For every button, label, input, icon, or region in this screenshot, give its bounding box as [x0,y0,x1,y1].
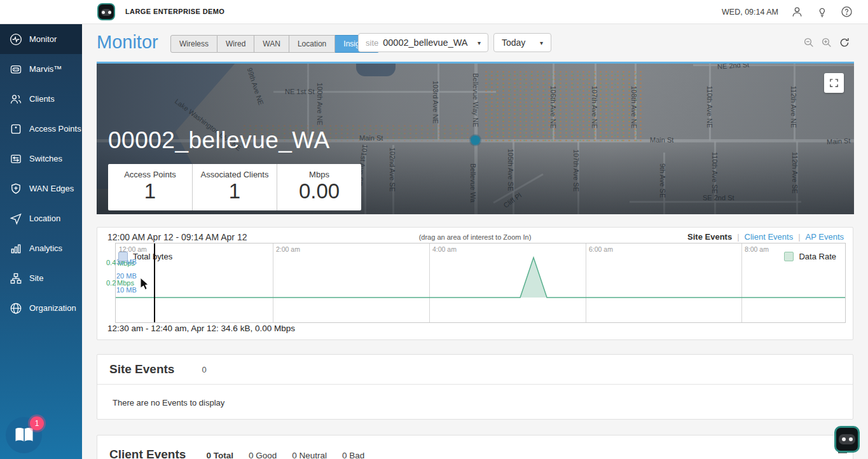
stat-value: 0.00 [277,179,361,203]
mist-dashboard: LARGE ENTERPRISE DEMO WED, 09:14 AM [0,0,868,459]
legend-label: Data Rate [799,252,836,261]
site-selector-prefix: site [366,38,378,48]
event-tab-site-events[interactable]: Site Events [687,232,732,242]
legend-label: Total bytes [133,252,172,261]
tab-wireless[interactable]: Wireless [170,35,217,53]
org-logo-robot-icon [97,3,115,20]
event-type-tabs: Site Events | Client Events | AP Events [687,232,844,242]
separator: | [798,232,800,242]
count-good: 0 Good [249,451,277,459]
sidebar-item-analytics[interactable]: Analytics [0,233,82,263]
map-top-strip [97,62,854,64]
count-bad: 0 Bad [342,451,364,459]
navigation-icon [10,212,22,225]
sidebar-item-label: Marvis™ [29,64,62,74]
refresh-icon[interactable] [839,37,850,48]
pond-water [356,64,396,76]
stat-label: Associated Clients [193,170,277,179]
data-rate-swatch-icon [784,252,794,261]
sidebar-item-label: Switches [29,154,62,163]
marvis-chat-button[interactable] [834,426,860,453]
site-stats: Access Points 1 Associated Clients 1 Mbp… [108,164,361,210]
insights-chart-card: 12:00 AM Apr 12 - 09:14 AM Apr 12 (drag … [97,227,853,340]
stat-value: 1 [193,179,277,203]
top-bar: LARGE ENTERPRISE DEMO WED, 09:14 AM [0,0,868,24]
separator: | [737,232,739,242]
stat-associated-clients: Associated Clients 1 [193,164,277,210]
sidebar-item-label: Site [29,273,43,283]
globe-icon [10,302,22,315]
notification-badge[interactable]: 1 [30,416,44,430]
sidebar-item-access-points[interactable]: Access Points [0,114,82,144]
clock: WED, 09:14 AM [722,8,778,17]
insights-zoom-controls [803,37,850,48]
user-icon[interactable] [791,6,803,18]
y-tick-mbps: 0.4 [106,259,116,266]
clients-icon [10,93,22,106]
sidebar-item-switches[interactable]: Switches [0,144,82,174]
y-tick-mbps: 0.2 [106,279,116,287]
sidebar-item-wan-edges[interactable]: WAN Edges [0,174,82,203]
site-map[interactable]: NE 1st St NE 2nd St Main St Main St Main… [97,62,854,214]
chevron-down-icon: ▾ [478,39,481,46]
event-tab-client-events[interactable]: Client Events [745,232,794,242]
client-events-header: Client Events 0 Total 0 Good 0 Neutral 0… [97,435,853,459]
sidebar-item-label: Monitor [29,34,57,44]
total-bytes-swatch-icon [118,252,128,261]
client-events-card: Client Events 0 Total 0 Good 0 Neutral 0… [97,435,853,459]
stat-label: Access Points [108,170,192,179]
sidebar-item-organization[interactable]: Organization [0,293,82,323]
event-tab-ap-events[interactable]: AP Events [806,232,844,242]
stat-value: 1 [108,179,192,203]
sidebar-item-site[interactable]: Site [0,263,82,293]
client-events-counts: 0 Total 0 Good 0 Neutral 0 Bad [206,451,364,459]
chevron-down-icon: ▾ [540,39,543,46]
insights-timeline-plot[interactable]: 12:00 am 2:00 am 4:00 am 6:00 am 8:00 am… [115,243,846,323]
sidebar-item-label: Clients [29,94,55,104]
time-range-selector[interactable]: Today ▾ [493,33,551,52]
fullscreen-icon[interactable] [824,73,844,93]
stat-mbps: Mbps 0.00 [277,164,361,210]
sidebar-item-label: Access Points [29,124,81,134]
mouse-cursor-icon [140,278,149,291]
org-name: LARGE ENTERPRISE DEMO [125,8,224,15]
site-selector[interactable]: site 00002_bellevue_WA ▾ [358,33,488,52]
site-events-header: Site Events 0 [97,355,853,385]
sidebar-item-label: WAN Edges [29,184,74,193]
tab-wan[interactable]: WAN [254,35,289,53]
legend-total-bytes[interactable]: Total bytes [118,252,172,261]
marvis-robot-icon [10,63,22,76]
count-neutral: 0 Neutral [292,451,327,459]
count-total: 0 Total [206,451,233,459]
site-events-title: Site Events [109,362,174,376]
legend-data-rate[interactable]: Data Rate [784,252,836,261]
help-icon[interactable] [841,6,853,18]
client-events-title: Client Events [109,448,186,459]
zoom-out-icon[interactable] [803,37,815,48]
map-site-title: 00002_bellevue_WA [108,127,330,154]
site-events-count: 0 [202,365,206,374]
zoom-in-icon[interactable] [821,37,832,48]
tab-location[interactable]: Location [289,35,335,53]
book-icon [14,427,34,444]
time-range-value: Today [502,38,525,48]
sidebar-item-clients[interactable]: Clients [0,84,82,114]
chart-hover-readout: 12:30 am - 12:40 am, Apr 12: 34.6 kB, 0.… [107,324,295,333]
site-events-card: Site Events 0 There are no Events to dis… [97,354,853,420]
activity-icon [10,33,22,46]
site-selector-value: 00002_bellevue_WA [383,38,467,48]
site-events-empty-message: There are no Events to display [97,385,853,408]
sidebar-item-location[interactable]: Location [0,203,82,233]
lightbulb-icon[interactable] [816,6,828,18]
site-map-marker[interactable] [471,135,480,145]
monitor-tabs: Wireless Wired WAN Location Insights [170,35,379,53]
sidebar-item-label: Analytics [29,243,62,253]
bar-chart-icon [10,242,22,255]
page-title: Monitor [97,32,158,53]
tab-wired[interactable]: Wired [217,35,254,53]
sidebar-item-label: Location [29,214,60,223]
y-tick-mb: 10 MB [116,286,137,294]
stat-access-points: Access Points 1 [108,164,193,210]
sidebar-item-monitor[interactable]: Monitor [0,24,82,54]
sidebar-item-marvis[interactable]: Marvis™ [0,54,82,84]
